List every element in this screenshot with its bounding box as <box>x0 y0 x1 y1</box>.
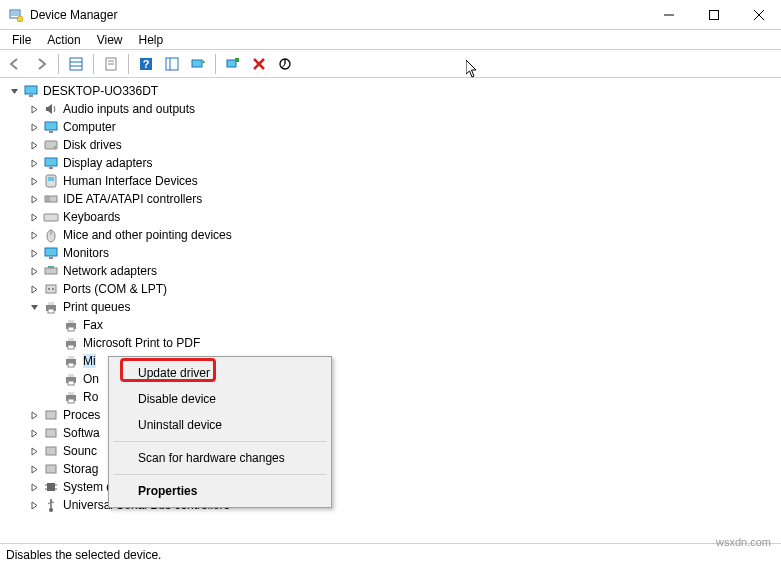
uninstall-button[interactable] <box>248 53 270 75</box>
tree-item-mspdf[interactable]: Microsoft Print to PDF <box>48 334 781 352</box>
svg-point-28 <box>54 146 56 148</box>
menu-help[interactable]: Help <box>131 31 172 49</box>
item-label: Mi <box>83 354 96 368</box>
menu-view[interactable]: View <box>89 31 131 49</box>
category-label: Print queues <box>63 300 130 314</box>
printer-icon <box>63 335 79 351</box>
generic-icon <box>43 461 59 477</box>
expand-icon[interactable] <box>28 157 41 170</box>
svg-rect-23 <box>25 86 37 94</box>
collapse-icon[interactable] <box>8 85 21 98</box>
menubar: File Action View Help <box>0 30 781 50</box>
expand-icon[interactable] <box>28 499 41 512</box>
printer-icon <box>43 299 59 315</box>
detail-view-button[interactable] <box>65 53 87 75</box>
item-label: Microsoft Print to PDF <box>83 336 200 350</box>
ctx-scan-hardware[interactable]: Scan for hardware changes <box>112 445 328 471</box>
expand-icon[interactable] <box>28 463 41 476</box>
tree-root[interactable]: DESKTOP-UO336DT <box>8 82 781 100</box>
svg-point-46 <box>48 288 50 290</box>
expand-icon[interactable] <box>28 139 41 152</box>
close-button[interactable] <box>736 0 781 30</box>
collapse-icon[interactable] <box>28 301 41 314</box>
category-label: Softwa <box>63 426 100 440</box>
category-label: Storag <box>63 462 98 476</box>
expand-icon[interactable] <box>28 175 41 188</box>
generic-icon <box>43 425 59 441</box>
expand-icon[interactable] <box>28 481 41 494</box>
category-label: Network adapters <box>63 264 157 278</box>
update-driver-button[interactable] <box>187 53 209 75</box>
expand-icon[interactable] <box>28 211 41 224</box>
expand-icon[interactable] <box>28 409 41 422</box>
ctx-uninstall-device[interactable]: Uninstall device <box>112 412 328 438</box>
minimize-button[interactable] <box>646 0 691 30</box>
generic-icon <box>43 443 59 459</box>
svg-rect-70 <box>47 483 55 491</box>
spacer <box>48 391 61 404</box>
menu-action[interactable]: Action <box>39 31 88 49</box>
svg-rect-56 <box>68 345 74 349</box>
keyboard-icon <box>43 209 59 225</box>
ctx-update-driver[interactable]: Update driver <box>112 360 328 386</box>
category-label: Keyboards <box>63 210 120 224</box>
svg-rect-17 <box>192 60 202 67</box>
category-label: Sounc <box>63 444 97 458</box>
category-label: Proces <box>63 408 100 422</box>
show-hidden-button[interactable] <box>161 53 183 75</box>
tree-category-monitors[interactable]: Monitors <box>28 244 781 262</box>
svg-rect-18 <box>227 60 236 67</box>
expand-icon[interactable] <box>28 103 41 116</box>
svg-rect-24 <box>29 95 33 97</box>
tree-category-mouse[interactable]: Mice and other pointing devices <box>28 226 781 244</box>
svg-rect-58 <box>68 356 74 359</box>
tree-category-network[interactable]: Network adapters <box>28 262 781 280</box>
usb-icon <box>43 497 59 513</box>
tree-category-ports[interactable]: Ports (COM & LPT) <box>28 280 781 298</box>
toolbar-separator <box>93 54 94 74</box>
expand-icon[interactable] <box>28 121 41 134</box>
menu-file[interactable]: File <box>4 31 39 49</box>
expand-icon[interactable] <box>28 193 41 206</box>
expand-icon[interactable] <box>28 247 41 260</box>
svg-rect-36 <box>44 214 58 221</box>
svg-rect-64 <box>68 392 74 395</box>
expand-icon[interactable] <box>28 445 41 458</box>
ctx-properties[interactable]: Properties <box>112 478 328 504</box>
tree-category-printq[interactable]: Print queues <box>28 298 781 316</box>
tree-category-keyboard[interactable]: Keyboards <box>28 208 781 226</box>
expand-icon[interactable] <box>28 229 41 242</box>
tree-category-ide[interactable]: IDE ATA/ATAPI controllers <box>28 190 781 208</box>
ctx-disable-device[interactable]: Disable device <box>112 386 328 412</box>
expand-icon[interactable] <box>28 427 41 440</box>
help-button[interactable]: ? <box>135 53 157 75</box>
forward-button[interactable] <box>30 53 52 75</box>
svg-rect-7 <box>70 58 82 70</box>
svg-rect-45 <box>46 285 56 293</box>
svg-rect-68 <box>46 447 56 455</box>
ctx-separator <box>114 441 326 442</box>
status-text: Disables the selected device. <box>6 548 161 562</box>
back-button[interactable] <box>4 53 26 75</box>
context-menu: Update driver Disable device Uninstall d… <box>108 356 332 508</box>
svg-rect-67 <box>46 429 56 437</box>
maximize-button[interactable] <box>691 0 736 30</box>
svg-point-2 <box>17 16 23 22</box>
tree-category-computer[interactable]: Computer <box>28 118 781 136</box>
tree-item-fax[interactable]: Fax <box>48 316 781 334</box>
tree-category-display[interactable]: Display adapters <box>28 154 781 172</box>
root-label: DESKTOP-UO336DT <box>43 84 158 98</box>
disable-button[interactable] <box>274 53 296 75</box>
tree-category-hid[interactable]: Human Interface Devices <box>28 172 781 190</box>
tree-category-disk[interactable]: Disk drives <box>28 136 781 154</box>
category-label: IDE ATA/ATAPI controllers <box>63 192 202 206</box>
toolbar: ? <box>0 50 781 78</box>
expand-icon[interactable] <box>28 283 41 296</box>
expand-icon[interactable] <box>28 265 41 278</box>
tree-category-audio[interactable]: Audio inputs and outputs <box>28 100 781 118</box>
category-label: Disk drives <box>63 138 122 152</box>
properties-button[interactable] <box>100 53 122 75</box>
svg-rect-65 <box>68 399 74 403</box>
category-label: Monitors <box>63 246 109 260</box>
scan-hardware-button[interactable] <box>222 53 244 75</box>
